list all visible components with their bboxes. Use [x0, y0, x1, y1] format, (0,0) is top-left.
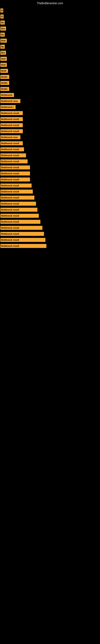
bar-label: Bottle [0, 87, 9, 91]
bar-row: Bottleneck result [0, 237, 100, 243]
bar-label: Bottleneck result [0, 208, 37, 212]
bar-row: Bottleneck result [0, 207, 100, 212]
bar-label: Bott [0, 63, 7, 67]
bar-row: Bottl [0, 68, 100, 74]
bar-label: Bot [0, 51, 6, 55]
bar-row: Bottleneck resu [0, 134, 100, 140]
bar-label: B [0, 8, 3, 12]
bar-row: Bott [0, 38, 100, 44]
bar-label: Bo [0, 45, 5, 49]
bars-container: BBBoBotBoBottBoBotBottBottBottlBottleBot… [0, 6, 100, 251]
bar-label: Bottleneck result [0, 232, 44, 236]
bar-label: Bottleneck result [0, 178, 30, 182]
bar-label: Bottleneck result [0, 196, 34, 200]
bar-row: Bottleneck result [0, 164, 100, 170]
bar-row: Bottle [0, 74, 100, 80]
bar-label: Bottleneck resu [0, 99, 20, 103]
bar-label: Bottleneck result [0, 238, 46, 242]
bar-row: Bottleneck result [0, 116, 100, 122]
bar-row: Bottleneck r [0, 104, 100, 110]
bar-row: Bottleneck result [0, 110, 100, 116]
bar-label: Bo [0, 20, 5, 24]
bar-label: Bottl [0, 69, 8, 73]
bar-label: Bottleneck result [0, 226, 42, 230]
bar-row: Bottleneck result [0, 171, 100, 176]
bar-label: Bottleneck result [0, 184, 32, 188]
bar-label: Bot [0, 26, 6, 30]
bar-row: Bottleneck result [0, 183, 100, 188]
bar-label: Bottleneck result [0, 129, 23, 133]
bar-row: Bottleneck result [0, 128, 100, 134]
bar-label: Bo [0, 32, 5, 37]
site-title-text: TheBottlenecker.com [0, 0, 100, 6]
bar-row: B [0, 14, 100, 19]
bar-row: Bottleneck result [0, 231, 100, 237]
bar-label: Bottleneck result [0, 123, 23, 127]
bar-row: Bo [0, 44, 100, 50]
bar-row: Bottle [0, 86, 100, 92]
bar-label: Bottleneck result [0, 111, 23, 115]
bar-label: Bottleneck result [0, 172, 30, 176]
bar-row: Bottleneck result [0, 243, 100, 249]
bar-row: Bottleneck result [0, 177, 100, 182]
bar-row: Bottleneck result [0, 140, 100, 146]
bar-label: Bottleneck result [0, 153, 26, 158]
bar-label: Bottle [0, 75, 9, 79]
bar-row: Bott [0, 62, 100, 68]
bar-row: Bottleneck result [0, 122, 100, 128]
bar-row: Bottleneck result [0, 213, 100, 218]
bar-label: Bottleneck result [0, 141, 23, 145]
bar-row: Bottleneck result [0, 195, 100, 200]
bar-label: Bottleneck resu [0, 135, 20, 139]
bar-row: Bottleneck result [0, 152, 100, 158]
bar-label: Bottleneck r [0, 105, 16, 109]
bar-label: Bottleneck result [0, 117, 23, 121]
bar-label: Bottleneck result [0, 220, 40, 224]
bar-label: Bottleneck result [0, 160, 28, 164]
bar-label: Bottleneck [0, 93, 14, 97]
bar-row: Bo [0, 20, 100, 25]
bar-label: Bott [0, 57, 7, 61]
bar-label: Bott [0, 39, 7, 43]
bar-row: Bottleneck resu [0, 98, 100, 104]
bar-row: Bottle [0, 80, 100, 86]
bar-label: Bottleneck result [0, 244, 47, 248]
bar-row: Bott [0, 56, 100, 62]
bar-row: Bot [0, 26, 100, 32]
bar-row: Bottleneck result [0, 225, 100, 231]
bar-row: Bo [0, 32, 100, 38]
bar-label: Bottleneck result [0, 147, 24, 151]
bar-label: Bottleneck result [0, 214, 39, 218]
bar-row: Bottleneck result [0, 158, 100, 164]
bar-row: Bottleneck [0, 92, 100, 98]
bar-label: Bottleneck result [0, 190, 33, 194]
bar-label: Bottleneck result [0, 202, 36, 206]
bar-label: B [0, 14, 3, 18]
bar-label: Bottleneck result [0, 166, 30, 170]
bar-label: Bottle [0, 81, 9, 85]
bar-row: Bottleneck result [0, 219, 100, 224]
bar-row: Bottleneck result [0, 146, 100, 152]
bar-row: Bot [0, 50, 100, 56]
bar-row: Bottleneck result [0, 189, 100, 194]
bar-row: B [0, 8, 100, 13]
bar-row: Bottleneck result [0, 201, 100, 206]
